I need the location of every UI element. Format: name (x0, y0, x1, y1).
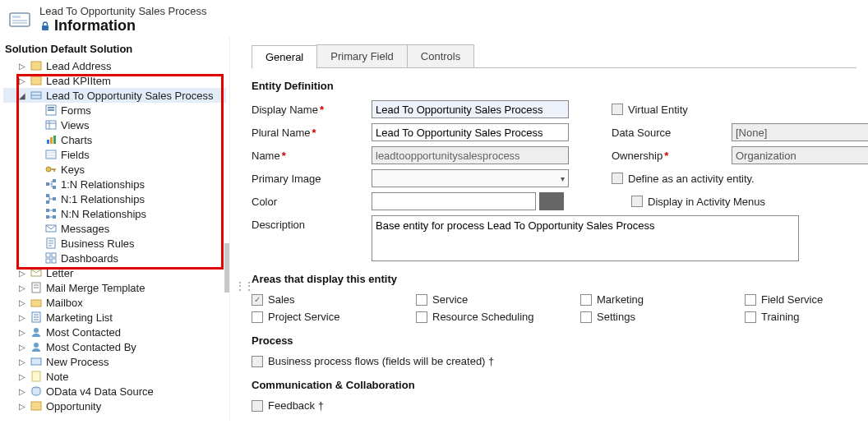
input-plural-name[interactable] (372, 123, 569, 141)
label-bpf: Business process flows (fields will be c… (268, 355, 494, 367)
label-plural-name: Plural Name (252, 127, 367, 139)
entity-icon (30, 281, 43, 294)
tree-item-marketing-list[interactable]: ▷Marketing List (3, 310, 226, 325)
tree-item-odata[interactable]: ▷OData v4 Data Source (3, 384, 226, 399)
select-data-source[interactable]: [None]▾ (732, 123, 868, 141)
svg-rect-39 (31, 358, 41, 365)
scrollbar-thumb[interactable] (224, 243, 229, 293)
sidebar: Solution Default Solution ▷ Lead Address… (0, 38, 230, 421)
label-display-activity-menus: Display in Activity Menus (648, 196, 765, 208)
svg-rect-35 (31, 300, 41, 306)
expander-icon[interactable]: ▷ (18, 328, 26, 337)
expander-icon[interactable]: ▷ (18, 343, 26, 352)
checkbox-area-sales (252, 294, 263, 306)
tree-label: Most Contacted (46, 326, 121, 339)
label-description: Description (252, 215, 367, 231)
tree-label: Note (46, 371, 68, 383)
tree-item-most-contacted-by[interactable]: ▷Most Contacted By (3, 339, 226, 354)
tree-label: New Process (46, 356, 109, 368)
expander-icon[interactable]: ▷ (18, 372, 26, 381)
checkbox-area-training[interactable] (745, 311, 756, 323)
svg-rect-5 (31, 62, 41, 70)
svg-rect-4 (42, 25, 48, 30)
label-data-source: Data Source (612, 127, 727, 139)
input-name (372, 146, 569, 164)
tree-item-most-contacted[interactable]: ▷Most Contacted (3, 325, 226, 339)
tab-controls[interactable]: Controls (407, 44, 474, 67)
select-value: [None] (736, 127, 767, 139)
label-display-name: Display Name (252, 104, 367, 116)
entity-definition-heading: Entity Definition (252, 80, 856, 92)
checkbox-area-settings[interactable] (580, 311, 592, 323)
expander-icon[interactable]: ▷ (18, 269, 26, 278)
checkbox-feedback (252, 400, 263, 412)
label-virtual-entity: Virtual Entity (628, 104, 688, 116)
tree-label: Lead Address (46, 60, 112, 72)
lock-icon (39, 21, 51, 32)
label-area: Project Service (268, 311, 339, 323)
select-primary-image[interactable]: ▾ (372, 169, 569, 187)
svg-point-37 (34, 328, 39, 333)
expander-icon[interactable]: ▷ (18, 283, 26, 293)
svg-rect-2 (12, 20, 27, 21)
highlight-box (16, 74, 224, 270)
label-name: Name (252, 150, 367, 162)
tree-item-lead-address[interactable]: ▷ Lead Address (3, 58, 226, 73)
input-color[interactable] (372, 192, 536, 210)
entity-icon (30, 370, 43, 383)
select-value: Organization (736, 150, 796, 162)
select-ownership[interactable]: Organization▾ (732, 146, 868, 164)
splitter-handle[interactable]: ⋮⋮ (235, 280, 253, 292)
tree-item-mailbox[interactable]: ▷Mailbox (3, 295, 226, 310)
tree-label: Opportunity (46, 400, 101, 412)
tree-item-note[interactable]: ▷Note (3, 369, 226, 384)
comm-heading: Communication & Collaboration (252, 379, 856, 391)
tab-general[interactable]: General (252, 45, 317, 68)
page-header: Lead To Opportunity Sales Process Inform… (0, 0, 868, 38)
entity-tabs: General Primary Field Controls (252, 44, 856, 68)
expander-icon[interactable]: ▷ (18, 298, 26, 307)
tree-item-opportunity[interactable]: ▷Opportunity (3, 399, 226, 413)
tree-item-new-process[interactable]: ▷New Process (3, 354, 226, 369)
svg-rect-3 (12, 22, 27, 24)
tab-primary-field[interactable]: Primary Field (316, 44, 408, 67)
tree-label: Mail Merge Template (46, 282, 145, 294)
label-area: Service (432, 293, 468, 306)
label-ownership: Ownership (612, 150, 727, 162)
tree-item-mail-merge[interactable]: ▷Mail Merge Template (3, 280, 226, 295)
tree-label: Mailbox (46, 297, 83, 309)
input-display-name[interactable] (372, 100, 569, 118)
input-description[interactable] (372, 215, 799, 261)
checkbox-area-service[interactable] (416, 294, 427, 306)
expander-icon[interactable]: ▷ (18, 387, 26, 396)
process-heading: Process (252, 334, 856, 347)
svg-rect-40 (32, 371, 40, 381)
checkbox-display-activity-menus (631, 196, 643, 207)
entity-icon (30, 311, 43, 324)
expander-icon[interactable]: ▷ (18, 357, 26, 366)
label-primary-image: Primary Image (252, 173, 367, 185)
checkbox-area-field-service[interactable] (745, 294, 756, 306)
checkbox-area-marketing[interactable] (580, 294, 592, 306)
expander-icon[interactable]: ▷ (18, 402, 26, 411)
entity-icon (30, 385, 43, 398)
tree-label: Most Contacted By (46, 341, 136, 353)
row-bpf: Business process flows (fields will be c… (252, 355, 856, 367)
tree-label: Marketing List (46, 311, 113, 324)
checkbox-area-resource-scheduling[interactable] (416, 311, 427, 323)
breadcrumb: Lead To Opportunity Sales Process (39, 5, 207, 17)
page-title: Information (54, 17, 136, 35)
areas-grid: Sales Service Marketing Field Service Pr… (252, 293, 856, 323)
entity-icon (30, 59, 43, 72)
checkbox-area-project-service[interactable] (252, 311, 263, 323)
row-feedback: Feedback † (252, 399, 856, 412)
entity-icon (30, 325, 43, 339)
checkbox-virtual-entity (612, 104, 623, 115)
color-swatch[interactable] (539, 192, 564, 210)
expander-icon[interactable]: ▷ (18, 313, 26, 322)
checkbox-bpf (252, 356, 263, 367)
label-area: Training (761, 311, 799, 323)
entity-form: Display Name Virtual Entity Plural Name … (252, 100, 856, 261)
expander-icon[interactable]: ▷ (18, 62, 26, 71)
svg-rect-1 (12, 16, 21, 18)
